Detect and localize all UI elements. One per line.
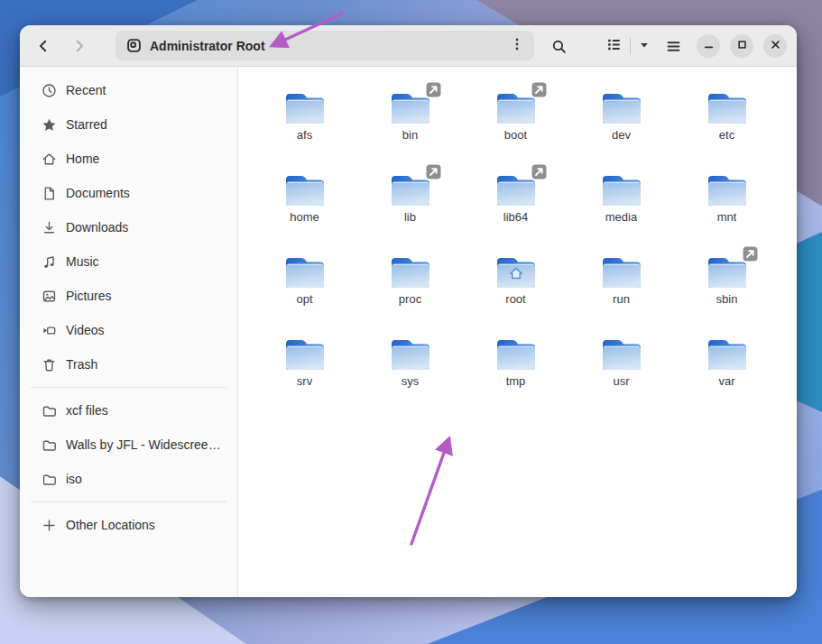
folder-label: opt <box>296 292 312 306</box>
sidebar-divider <box>31 501 226 502</box>
maximize-button[interactable] <box>730 34 753 58</box>
sidebar-item-recent[interactable]: Recent <box>25 73 232 107</box>
folder-icon <box>390 170 431 207</box>
folder-icon <box>601 88 642 124</box>
folder-item-media[interactable]: media <box>568 161 674 243</box>
folder-item-home[interactable]: home <box>252 161 357 243</box>
folder-item-dev[interactable]: dev <box>568 78 674 161</box>
folder-item-lib64[interactable]: lib64 <box>463 161 568 243</box>
folder-label: lib <box>404 210 416 224</box>
sidebar-item-home[interactable]: Home <box>25 142 232 176</box>
folder-item-tmp[interactable]: tmp <box>463 325 568 407</box>
folder-label: bin <box>402 128 418 142</box>
path-bar[interactable]: Administrator Root <box>115 31 534 60</box>
folder-item-root[interactable]: root <box>463 243 568 325</box>
sidebar-item-documents[interactable]: Documents <box>25 176 232 210</box>
folder-label: run <box>613 292 630 306</box>
folder-item-run[interactable]: run <box>568 243 674 325</box>
sidebar-item-label: Documents <box>66 186 137 200</box>
video-camera-icon <box>42 323 57 338</box>
sidebar-item-trash[interactable]: Trash <box>25 347 232 382</box>
sidebar: Recent Starred Home Documents Downloads … <box>20 67 238 597</box>
sidebar-item-label: Starred <box>66 117 115 132</box>
symlink-emblem-icon <box>531 164 547 183</box>
download-icon <box>42 220 57 235</box>
kebab-menu-icon <box>510 37 524 54</box>
folder-label: media <box>605 210 637 224</box>
files-window: Administrator Root <box>20 25 797 597</box>
folder-item-opt[interactable]: opt <box>252 243 357 325</box>
folder-label: afs <box>297 128 312 142</box>
folder-item-sys[interactable]: sys <box>357 325 463 407</box>
folder-label: tmp <box>506 374 526 388</box>
folder-item-mnt[interactable]: mnt <box>674 161 780 243</box>
sidebar-item-videos[interactable]: Videos <box>25 313 232 347</box>
close-button[interactable] <box>763 34 787 58</box>
symlink-emblem-icon <box>426 82 441 101</box>
primary-menu-button[interactable] <box>659 32 688 60</box>
folder-icon <box>390 335 431 371</box>
folder-icon <box>42 437 57 453</box>
hamburger-icon <box>666 39 681 54</box>
sidebar-item-walls-by-jfl-widescreen[interactable]: Walls by JFL - Widescreen (… <box>25 428 232 462</box>
close-icon <box>769 38 782 54</box>
sidebar-divider <box>31 387 226 388</box>
folder-item-usr[interactable]: usr <box>568 325 674 407</box>
folder-icon <box>707 253 748 289</box>
folder-label: proc <box>399 292 421 306</box>
files-grid: afs bin boot dev etc home lib <box>238 67 797 407</box>
folder-item-etc[interactable]: etc <box>674 78 780 161</box>
sidebar-item-other-locations[interactable]: Other Locations <box>25 508 232 542</box>
folder-icon <box>707 335 748 371</box>
sidebar-item-label: Pictures <box>66 289 119 303</box>
folder-icon <box>601 253 642 289</box>
folder-item-srv[interactable]: srv <box>252 325 357 407</box>
sidebar-item-label: Music <box>66 254 106 269</box>
folder-item-lib[interactable]: lib <box>357 161 463 243</box>
back-icon <box>36 39 51 53</box>
sidebar-item-pictures[interactable]: Pictures <box>25 279 232 313</box>
symlink-emblem-icon <box>743 246 758 265</box>
search-icon <box>551 39 567 54</box>
folder-label: usr <box>613 374 629 388</box>
minimize-button[interactable] <box>697 34 720 58</box>
folder-icon <box>495 335 537 371</box>
sidebar-item-label: iso <box>66 472 89 486</box>
forward-icon <box>72 39 87 53</box>
star-icon <box>42 117 57 133</box>
drive-root-icon <box>126 38 142 53</box>
folder-item-sbin[interactable]: sbin <box>674 243 780 325</box>
folder-item-boot[interactable]: boot <box>463 78 568 161</box>
sidebar-item-music[interactable]: Music <box>25 244 232 279</box>
sidebar-item-starred[interactable]: Starred <box>25 107 232 142</box>
sidebar-item-label: Trash <box>66 357 105 372</box>
folder-label: boot <box>504 128 527 142</box>
folder-item-bin[interactable]: bin <box>357 78 463 161</box>
folder-item-proc[interactable]: proc <box>357 243 463 325</box>
list-view-icon <box>606 37 622 55</box>
folder-label: root <box>505 292 525 306</box>
home-icon <box>42 152 57 167</box>
search-button[interactable] <box>544 32 573 60</box>
list-view-button[interactable] <box>597 32 630 60</box>
back-button[interactable] <box>29 32 58 60</box>
sidebar-item-label: Videos <box>66 323 112 337</box>
location-menu-button[interactable] <box>500 31 534 60</box>
folder-label: srv <box>297 374 312 388</box>
symlink-emblem-icon <box>426 164 441 183</box>
folder-icon <box>707 88 748 124</box>
view-options-button[interactable] <box>631 32 658 60</box>
sidebar-item-xcf-files[interactable]: xcf files <box>25 393 232 428</box>
home-emblem-icon <box>508 266 524 285</box>
sidebar-item-iso[interactable]: iso <box>25 462 232 496</box>
folder-icon <box>42 472 57 487</box>
folder-label: etc <box>719 128 734 142</box>
chevron-down-icon <box>638 39 651 54</box>
plus-icon <box>42 518 57 533</box>
maximize-icon <box>735 38 749 54</box>
folder-item-afs[interactable]: afs <box>252 78 357 161</box>
forward-button[interactable] <box>65 32 94 60</box>
folder-item-var[interactable]: var <box>674 325 780 407</box>
sidebar-item-downloads[interactable]: Downloads <box>25 210 232 244</box>
location-title: Administrator Root <box>150 39 500 53</box>
